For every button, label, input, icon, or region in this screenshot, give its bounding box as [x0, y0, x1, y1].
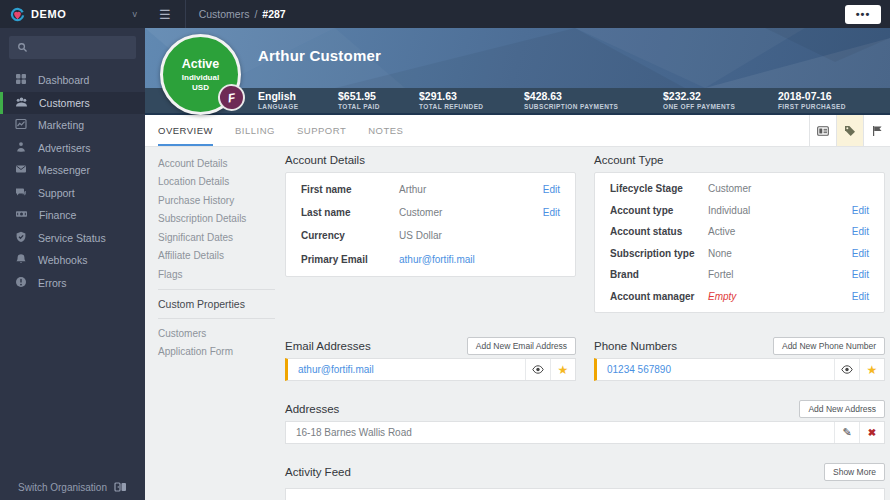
field-label: Lifecycle Stage	[610, 183, 708, 194]
subnav-customers[interactable]: Customers	[145, 324, 285, 343]
add-new-email-button[interactable]: Add New Email Address	[467, 337, 576, 355]
subnav-subscription-details[interactable]: Subscription Details	[145, 210, 285, 229]
switch-organisation-button[interactable]: Switch Organisation	[0, 481, 145, 493]
stat-total-paid: $651.95 TOTAL PAID	[338, 91, 419, 110]
subnav-flags[interactable]: Flags	[145, 265, 285, 284]
detail-row-currency: Currency US Dollar	[286, 224, 575, 247]
subnav-application-form[interactable]: Application Form	[145, 343, 285, 362]
sidebar-item-messenger[interactable]: Messenger	[0, 159, 145, 182]
tab-billing[interactable]: BILLING	[235, 115, 275, 146]
subnav-significant-dates[interactable]: Significant Dates	[145, 228, 285, 247]
edit-link[interactable]: Edit	[852, 226, 869, 237]
field-value: Customer	[708, 183, 869, 194]
show-more-button[interactable]: Show More	[824, 463, 885, 481]
stat-value: 2018-07-16	[778, 91, 846, 102]
contact-card-button[interactable]	[809, 115, 836, 146]
overview-main: Account Details First name Arthur Edit L…	[285, 147, 885, 500]
edit-link[interactable]: Edit	[852, 248, 869, 259]
more-actions-button[interactable]: •••	[845, 5, 881, 24]
tab-support[interactable]: SUPPORT	[297, 115, 346, 146]
badge-status-text: Active	[182, 57, 220, 71]
shield-check-icon	[15, 231, 27, 245]
activity-feed-title: Activity Feed	[285, 466, 351, 478]
phone-visibility-button[interactable]	[834, 359, 859, 380]
sidebar-item-errors[interactable]: Errors	[0, 272, 145, 295]
edit-link[interactable]: Edit	[852, 205, 869, 216]
phone-value-link[interactable]: 01234 567890	[597, 359, 834, 380]
chevron-down-icon[interactable]: v	[133, 9, 138, 19]
breadcrumb-section[interactable]: Customers	[199, 8, 250, 20]
tab-overview[interactable]: OVERVIEW	[158, 115, 213, 146]
email-addresses-title: Email Addresses	[285, 340, 371, 352]
overview-content: Account Details Location Details Purchas…	[145, 147, 890, 500]
subnav-account-details[interactable]: Account Details	[145, 154, 285, 173]
stat-value: English	[258, 91, 338, 102]
add-new-phone-button[interactable]: Add New Phone Number	[773, 337, 885, 355]
search-input[interactable]	[34, 42, 128, 53]
subnav-custom-properties-header: Custom Properties	[145, 295, 285, 314]
detail-row-account-status: Account status Active Edit	[595, 221, 884, 243]
support-icon	[15, 186, 27, 200]
hamburger-menu-icon[interactable]: ☰	[145, 0, 186, 28]
email-visibility-button[interactable]	[525, 359, 550, 380]
switch-organisation-icon	[114, 481, 127, 493]
field-label: Primary Email	[301, 254, 399, 265]
address-delete-button[interactable]: ✖	[859, 422, 884, 443]
sidebar-item-label: Marketing	[38, 119, 84, 131]
subnav-affiliate-details[interactable]: Affiliate Details	[145, 247, 285, 266]
email-item: athur@fortifi.mail ★	[285, 358, 576, 381]
flags-button[interactable]	[863, 115, 890, 146]
sidebar-item-webhooks[interactable]: Webhooks	[0, 249, 145, 272]
field-value: Active	[708, 226, 852, 237]
marketing-icon	[15, 118, 27, 132]
stat-value: $428.63	[524, 91, 663, 102]
edit-link[interactable]: Edit	[852, 291, 869, 302]
subnav-purchase-history[interactable]: Purchase History	[145, 191, 285, 210]
field-value: Individual	[708, 205, 852, 216]
sidebar: Dashboard Customers Marketing Advertiser…	[0, 28, 145, 500]
sidebar-search[interactable]	[9, 36, 136, 59]
stat-subscription-payments: $428.63 SUBSCRIPTION PAYMENTS	[524, 91, 663, 110]
edit-link[interactable]: Edit	[852, 269, 869, 280]
edit-link[interactable]: Edit	[543, 184, 560, 195]
tab-notes[interactable]: NOTES	[368, 115, 403, 146]
sidebar-nav: Dashboard Customers Marketing Advertiser…	[0, 69, 145, 294]
low-poly-background	[145, 28, 890, 88]
overview-subnav: Account Details Location Details Purchas…	[145, 147, 285, 361]
stat-value: $651.95	[338, 91, 419, 102]
email-addresses-section: Email Addresses Add New Email Address at…	[285, 333, 576, 381]
contact-card-icon	[817, 126, 829, 136]
tag-icon	[844, 125, 856, 137]
sidebar-item-marketing[interactable]: Marketing	[0, 114, 145, 137]
primary-email-link[interactable]: athur@fortifi.mail	[399, 254, 560, 265]
tags-button[interactable]	[836, 115, 863, 146]
sidebar-item-advertisers[interactable]: Advertisers	[0, 137, 145, 160]
top-bar: DEMO v ☰ Customers / #287 •••	[0, 0, 890, 28]
account-details-title: Account Details	[285, 154, 365, 166]
email-primary-star-button[interactable]: ★	[550, 359, 575, 380]
sidebar-item-support[interactable]: Support	[0, 182, 145, 205]
sidebar-item-finance[interactable]: Finance	[0, 204, 145, 227]
edit-link[interactable]: Edit	[543, 207, 560, 218]
dashboard-icon	[15, 73, 27, 87]
sidebar-item-service-status[interactable]: Service Status	[0, 227, 145, 250]
customers-icon	[15, 96, 28, 110]
org-brand[interactable]: DEMO v	[0, 0, 145, 28]
sidebar-item-dashboard[interactable]: Dashboard	[0, 69, 145, 92]
detail-row-brand: Brand Fortel Edit	[595, 264, 884, 286]
add-new-address-button[interactable]: Add New Address	[799, 400, 885, 418]
detail-row-account-type: Account type Individual Edit	[595, 200, 884, 222]
phone-primary-star-button[interactable]: ★	[859, 359, 884, 380]
email-value-link[interactable]: athur@fortifi.mail	[288, 359, 525, 380]
stat-first-purchased: 2018-07-16 FIRST PURCHASED	[778, 91, 846, 110]
stat-label: FIRST PURCHASED	[778, 103, 846, 110]
detail-row-lifecycle-stage: Lifecycle Stage Customer	[595, 178, 884, 200]
customer-tabs: OVERVIEW BILLING SUPPORT NOTES	[145, 115, 890, 147]
address-edit-button[interactable]: ✎	[834, 422, 859, 443]
divider	[158, 318, 275, 319]
stat-total-refunded: $291.63 TOTAL REFUNDED	[419, 91, 524, 110]
sidebar-item-customers[interactable]: Customers	[0, 92, 145, 115]
field-value: Customer	[399, 207, 543, 218]
field-value: Fortel	[708, 269, 852, 280]
subnav-location-details[interactable]: Location Details	[145, 173, 285, 192]
